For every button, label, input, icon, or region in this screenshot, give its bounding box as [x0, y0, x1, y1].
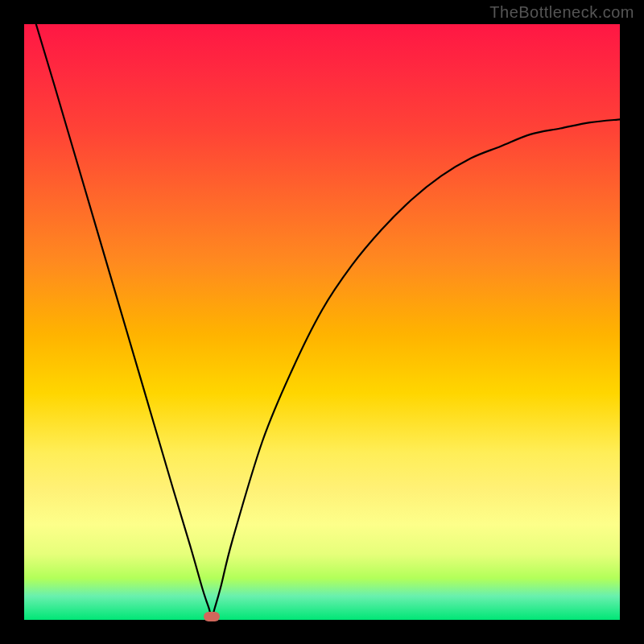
bottleneck-curve — [36, 24, 620, 617]
plot-area — [24, 24, 620, 620]
curve-svg — [24, 24, 620, 620]
optimum-marker — [204, 612, 220, 621]
chart-frame: TheBottleneck.com — [0, 0, 644, 644]
watermark-text: TheBottleneck.com — [489, 3, 634, 22]
